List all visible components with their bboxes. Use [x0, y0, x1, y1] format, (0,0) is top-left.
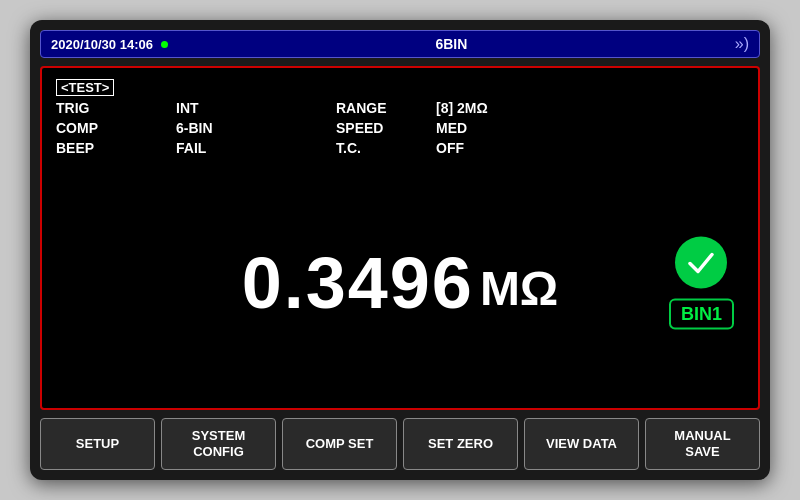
speed-label: SPEED: [336, 120, 436, 136]
view-data-button[interactable]: VIEW DATA: [524, 418, 639, 470]
comp-label: COMP: [56, 120, 176, 136]
right-indicators: BIN1: [669, 237, 734, 330]
mode-label: 6BIN: [435, 36, 467, 52]
setup-button[interactable]: SETUP: [40, 418, 155, 470]
system-config-button[interactable]: SYSTEM CONFIG: [161, 418, 276, 470]
signal-icon: »): [735, 35, 749, 53]
bin-badge: BIN1: [669, 299, 734, 330]
measurement-unit: MΩ: [480, 261, 558, 316]
manual-save-button[interactable]: MANUAL SAVE: [645, 418, 760, 470]
speed-value: MED: [436, 120, 596, 136]
comp-value: 6-BIN: [176, 120, 336, 136]
trig-value: INT: [176, 100, 336, 116]
beep-value: FAIL: [176, 140, 336, 156]
device-frame: 2020/10/30 14:06 6BIN ») <TEST> TRIG INT…: [30, 20, 770, 480]
beep-label: BEEP: [56, 140, 176, 156]
measurement-area: 0.3496 MΩ BIN1: [56, 168, 744, 398]
button-bar: SETUP SYSTEM CONFIG COMP SET SET ZERO VI…: [40, 418, 760, 470]
status-left: 2020/10/30 14:06: [51, 37, 168, 52]
checkmark-icon: [686, 248, 716, 278]
range-label: RANGE: [336, 100, 436, 116]
comp-set-button[interactable]: COMP SET: [282, 418, 397, 470]
measurement-value: 0.3496: [242, 242, 474, 324]
test-tag: <TEST>: [56, 79, 114, 96]
tc-label: T.C.: [336, 140, 436, 156]
main-display: <TEST> TRIG INT RANGE [8] 2MΩ COMP 6-BIN…: [40, 66, 760, 410]
trig-label: TRIG: [56, 100, 176, 116]
info-section: TRIG INT RANGE [8] 2MΩ COMP 6-BIN SPEED …: [56, 100, 744, 156]
status-dot-icon: [161, 41, 168, 48]
set-zero-button[interactable]: SET ZERO: [403, 418, 518, 470]
range-value: [8] 2MΩ: [436, 100, 596, 116]
measurement-display: 0.3496 MΩ: [242, 242, 559, 324]
datetime-label: 2020/10/30 14:06: [51, 37, 153, 52]
pass-indicator: [675, 237, 727, 289]
tc-value: OFF: [436, 140, 596, 156]
status-bar: 2020/10/30 14:06 6BIN »): [40, 30, 760, 58]
